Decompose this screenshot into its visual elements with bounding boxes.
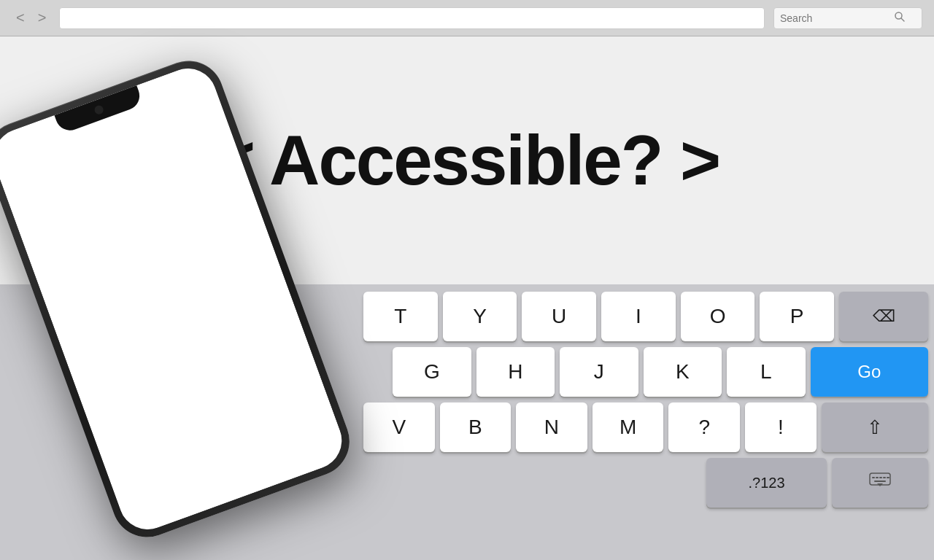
key-N[interactable]: N — [516, 402, 587, 452]
key-M[interactable]: M — [593, 402, 664, 452]
key-question[interactable]: ? — [668, 402, 740, 452]
key-shift[interactable]: ⇧ — [822, 402, 928, 452]
search-box — [773, 7, 922, 29]
key-U[interactable]: U — [522, 292, 596, 341]
key-P[interactable]: P — [760, 292, 834, 341]
key-H[interactable]: H — [476, 347, 555, 397]
key-K[interactable]: K — [644, 347, 722, 397]
key-V[interactable]: V — [363, 402, 435, 452]
key-T[interactable]: T — [363, 292, 438, 341]
shift-icon: ⇧ — [867, 416, 883, 439]
key-keyboard[interactable] — [832, 458, 928, 508]
search-input[interactable] — [780, 12, 889, 24]
forward-button[interactable]: > — [34, 7, 51, 29]
key-J[interactable]: J — [560, 347, 638, 397]
backspace-icon: ⌫ — [873, 307, 895, 326]
browser-toolbar: < > — [0, 0, 934, 36]
search-icon — [894, 11, 906, 26]
address-bar[interactable] — [59, 7, 765, 29]
keyboard-area: T Y U I O P ⌫ G H J K L Go V B N M ? ! — [0, 284, 934, 560]
keyboard-icon — [868, 471, 892, 494]
key-O[interactable]: O — [681, 292, 755, 341]
svg-line-1 — [901, 18, 904, 21]
key-G[interactable]: G — [393, 347, 471, 397]
svg-rect-2 — [870, 473, 890, 485]
key-L[interactable]: L — [727, 347, 806, 397]
key-numeric[interactable]: .?123 — [706, 458, 827, 508]
nav-buttons: < > — [12, 7, 50, 29]
key-B[interactable]: B — [440, 402, 512, 452]
headline-text: < Accessible? > — [215, 120, 719, 201]
key-exclaim[interactable]: ! — [745, 402, 817, 452]
key-Y[interactable]: Y — [443, 292, 517, 341]
key-go[interactable]: Go — [811, 347, 928, 397]
key-backspace[interactable]: ⌫ — [839, 292, 928, 341]
key-I[interactable]: I — [601, 292, 676, 341]
back-button[interactable]: < — [12, 7, 29, 29]
